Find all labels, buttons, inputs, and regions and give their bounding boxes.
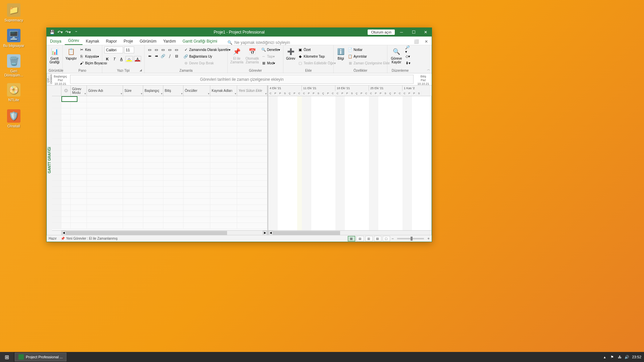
tab-resource[interactable]: Kaynak (83, 38, 103, 45)
italic-button[interactable]: T (111, 56, 117, 62)
summary-button[interactable]: ▣Özet (297, 47, 336, 53)
start-button[interactable]: ⊞ (0, 352, 13, 362)
table-row[interactable] (52, 114, 267, 120)
column-task-mode[interactable]: Görev Modu▾ (71, 85, 87, 96)
find-button[interactable]: 🔎▾ (405, 47, 411, 53)
column-duration[interactable]: Süre▾ (123, 85, 143, 96)
tell-me-search[interactable]: 🔍 Ne yapmak istediğinizi söyleyin (227, 40, 290, 45)
table-row[interactable] (52, 199, 267, 205)
table-row[interactable] (52, 163, 267, 169)
qat-customize[interactable]: ⁼ (73, 29, 79, 36)
ribbon-display-options[interactable]: ⬜ (413, 38, 420, 45)
pct-25-button[interactable]: ▭ (153, 47, 159, 53)
paste-button[interactable]: 📋 Yapıştır (65, 47, 77, 61)
column-add-new[interactable]: Yeni Sütun Ekle▾ (237, 85, 267, 96)
table-row[interactable] (52, 211, 267, 217)
tray-volume-icon[interactable]: 🔊 (625, 355, 629, 359)
mark-ontrack-button[interactable]: ✓Zamanında Olarak İşaretle ▾ (183, 47, 231, 53)
insert-task-button[interactable]: ➕ Görev (285, 47, 296, 61)
tab-task[interactable]: Görev (65, 37, 83, 45)
close-button[interactable]: ✕ (420, 28, 432, 37)
view-resource-sheet-button[interactable]: ▧ (374, 236, 381, 241)
tab-view[interactable]: Görünüm (136, 38, 160, 45)
desktop-icon-supremacy[interactable]: 📁 Supremacy (2, 3, 25, 22)
gantt-chart-button[interactable]: 📊 Gantt Grafiği (49, 47, 60, 65)
table-row[interactable] (52, 120, 267, 126)
table-row[interactable] (52, 193, 267, 199)
view-report-button[interactable]: ▢ (383, 236, 390, 241)
table-row[interactable] (52, 187, 267, 193)
table-row[interactable] (52, 108, 267, 114)
minimize-button[interactable]: ─ (395, 28, 408, 37)
taskbar-item-project[interactable]: Project Professional ... (15, 353, 66, 361)
table-row[interactable] (52, 126, 267, 132)
undo-button[interactable]: ↶▾ (57, 29, 63, 36)
view-team-planner-button[interactable]: ▥ (365, 236, 373, 241)
column-indicators[interactable]: ⓘ (61, 85, 71, 96)
scroll-thumb[interactable] (273, 231, 340, 235)
zoom-in-button[interactable]: + (427, 236, 430, 241)
zoom-slider[interactable] (397, 238, 424, 239)
tab-report[interactable]: Rapor (103, 38, 120, 45)
notes-button[interactable]: 📄Notlar (347, 47, 390, 53)
pct-0-button[interactable]: ▭ (147, 47, 153, 53)
column-resources[interactable]: Kaynak Adları▾ (210, 85, 237, 96)
tray-network-icon[interactable]: 🖧 (617, 355, 622, 359)
auto-schedule-button[interactable]: 📅 Otomatik Zamanla (245, 47, 259, 65)
gantt-vscrollbar[interactable]: ▲ (431, 96, 432, 230)
zoom-thumb[interactable] (411, 237, 413, 241)
scroll-left-button[interactable]: ◀ (61, 231, 66, 235)
bold-button[interactable]: K (104, 56, 110, 62)
view-gantt-button[interactable]: ▦ (348, 236, 355, 241)
table-row[interactable] (52, 157, 267, 163)
tab-project[interactable]: Proje (120, 38, 136, 45)
font-dialog-launcher[interactable]: ◢ (140, 68, 144, 72)
tab-help[interactable]: Yardım (160, 38, 179, 45)
scroll-right-button[interactable]: ▶ (431, 231, 432, 235)
pct-50-button[interactable]: ▭ (160, 47, 166, 53)
scroll-left-button[interactable]: ◀ (268, 231, 273, 235)
table-row[interactable] (52, 175, 267, 181)
table-row[interactable] (52, 217, 267, 223)
font-size-combo[interactable] (124, 47, 134, 53)
desktop-icon-oinstall[interactable]: 🛡️ OInstall (2, 109, 25, 128)
scroll-to-task-button[interactable]: 🔍 Göreve Kaydır (389, 47, 404, 65)
column-task-name[interactable]: Görev Adı▾ (87, 85, 123, 96)
table-row[interactable] (52, 96, 267, 102)
signin-button[interactable]: Oturum açın (368, 29, 395, 35)
scroll-thumb[interactable] (66, 231, 227, 235)
table-row[interactable] (52, 181, 267, 187)
save-button[interactable]: 💾 (49, 29, 55, 36)
table-row[interactable] (52, 138, 267, 144)
table-row[interactable] (52, 144, 267, 150)
indent-button[interactable]: ➡ (153, 53, 159, 59)
gantt-hscrollbar[interactable]: ◀ ▶ (268, 231, 432, 235)
clock[interactable]: 23:52 (632, 355, 641, 359)
tray-action-center-icon[interactable]: ⚑ (610, 355, 614, 359)
fill-button[interactable]: ⬇▾ (405, 60, 411, 66)
column-finish[interactable]: Bitiş▾ (163, 85, 183, 96)
redo-button[interactable]: ↷▾ (65, 29, 71, 36)
underline-button[interactable]: A (118, 56, 124, 62)
timeline-bar[interactable]: Görevleri tarihleri ile zaman çizelgesin… (70, 75, 414, 84)
tab-file[interactable]: Dosya (47, 38, 65, 45)
table-row[interactable] (52, 132, 267, 138)
link-tasks-button[interactable]: 🔗 (160, 53, 166, 59)
desktop-icon-computer[interactable]: 🖥️ Bu bilgisayar (2, 29, 25, 48)
collapse-ribbon-button[interactable]: ︿ (427, 67, 430, 72)
inspect-button[interactable]: 🔍Denetle ▾ (261, 47, 281, 53)
information-button[interactable]: ℹ️ Bilgi (336, 47, 346, 61)
font-name-combo[interactable] (104, 47, 123, 53)
scroll-right-button[interactable]: ▶ (263, 231, 267, 235)
table-row[interactable] (52, 102, 267, 108)
column-start[interactable]: Başlangıç▾ (143, 85, 163, 96)
maximize-button[interactable]: ☐ (408, 28, 420, 37)
ribbon-close-button[interactable]: ✕ (423, 38, 430, 45)
milestone-button[interactable]: ◆Kilometre Taşı (297, 53, 336, 59)
gantt-body[interactable]: ▲ (268, 96, 432, 230)
table-row[interactable] (52, 205, 267, 211)
table-row[interactable] (52, 169, 267, 175)
table-row[interactable] (52, 223, 267, 229)
desktop-icon-ntlite[interactable]: 📀 NTLite (2, 83, 25, 102)
table-body[interactable]: for(let i=0;i<22;i++)document.write('<di… (52, 96, 267, 230)
